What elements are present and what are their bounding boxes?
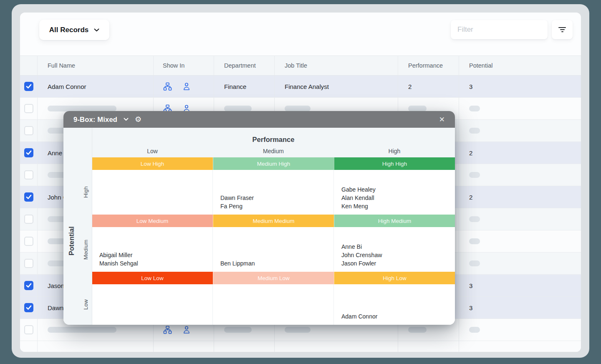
- org-chart-icon[interactable]: [163, 325, 172, 334]
- cell-potential: 3: [459, 76, 581, 97]
- filter-button[interactable]: [552, 20, 573, 39]
- employee-name[interactable]: Dawn Fraser: [220, 195, 333, 201]
- row-checkbox[interactable]: [24, 237, 33, 246]
- ninebox-cell: Abigail MillerManish Sehgal: [92, 227, 213, 272]
- y-axis-label-medium: Medium: [79, 227, 92, 272]
- ninebox-band: Low High: [92, 157, 213, 170]
- cell-potential: [459, 253, 581, 274]
- ninebox-view-chevron-down-icon[interactable]: [124, 118, 129, 121]
- employee-name[interactable]: Fa Peng: [220, 203, 333, 209]
- axis-divider: [92, 128, 92, 325]
- x-axis-label-low: Low: [92, 144, 213, 157]
- employee-name[interactable]: Anne Bi: [341, 244, 455, 250]
- cell-job-title: [275, 341, 398, 352]
- person-icon[interactable]: [182, 82, 191, 91]
- ninebox-modal-title: 9-Box: Mixed: [73, 116, 117, 124]
- employee-name[interactable]: John Crenshaw: [341, 252, 455, 258]
- column-header-job-title: Job Title: [275, 56, 398, 75]
- records-card: All Records Full Name Show In Department…: [20, 13, 581, 352]
- ninebox-cell: Anne BiJohn CrenshawJason Fowler: [334, 227, 455, 272]
- employee-name[interactable]: Adam Connor: [341, 313, 455, 319]
- cell-potential: 2: [459, 142, 581, 164]
- employee-name[interactable]: Gabe Healey: [341, 187, 455, 192]
- row-checkbox[interactable]: [24, 104, 33, 113]
- org-chart-icon[interactable]: [163, 82, 172, 91]
- y-axis-label-low: Low: [79, 284, 92, 325]
- cell-full-name: [38, 341, 154, 352]
- ninebox-cell: [92, 284, 213, 325]
- x-axis-label-medium: Medium: [213, 144, 334, 157]
- cell-potential: [459, 319, 581, 341]
- row-checkbox[interactable]: [24, 325, 33, 334]
- ninebox-modal-header: 9-Box: Mixed ⚙ ✕: [63, 111, 455, 128]
- ninebox-band: High Medium: [334, 215, 455, 227]
- cell-performance: [398, 341, 459, 352]
- skeleton-bar: [469, 172, 480, 178]
- employee-name[interactable]: Jason Fowler: [341, 260, 455, 266]
- skeleton-bar: [469, 216, 480, 222]
- header-checkbox-cell: [20, 56, 38, 75]
- ninebox-cell: Gabe HealeyAlan KendallKen Meng: [334, 170, 455, 215]
- ninebox-band: Medium Low: [213, 272, 334, 284]
- cell-potential: 3: [459, 297, 581, 318]
- row-checkbox[interactable]: [24, 126, 33, 135]
- records-dropdown-label: All Records: [49, 26, 88, 34]
- row-checkbox[interactable]: [24, 82, 33, 91]
- skeleton-bar: [469, 260, 480, 266]
- cell-potential: [459, 341, 581, 352]
- row-checkbox[interactable]: [24, 259, 33, 268]
- records-dropdown[interactable]: All Records: [39, 20, 109, 40]
- table-row: Adam Connor Finance Finance Analyst 2 3: [20, 76, 581, 98]
- ninebox-grid: Performance Low Medium High Potential Hi…: [63, 128, 455, 325]
- person-icon[interactable]: [182, 325, 191, 334]
- cell-job-title: Finance Analyst: [275, 76, 398, 97]
- table-row: [20, 341, 581, 352]
- cell-potential: 3: [459, 275, 581, 296]
- x-axis-label-high: High: [334, 144, 455, 157]
- skeleton-bar: [469, 128, 480, 134]
- row-checkbox[interactable]: [24, 303, 33, 312]
- column-header-performance: Performance: [398, 56, 459, 75]
- ninebox-cell: [92, 170, 213, 215]
- employee-name[interactable]: Alan Kendall: [341, 195, 455, 201]
- ninebox-cell: [213, 284, 334, 325]
- skeleton-bar: [469, 238, 480, 244]
- column-header-full-name: Full Name: [38, 56, 154, 75]
- row-checkbox[interactable]: [24, 170, 33, 179]
- ninebox-band: Medium Medium: [213, 215, 334, 227]
- row-checkbox[interactable]: [24, 281, 33, 290]
- row-checkbox[interactable]: [24, 215, 33, 224]
- column-header-show-in: Show In: [154, 56, 214, 75]
- ninebox-body: Performance Low Medium High Potential Hi…: [63, 128, 455, 325]
- column-header-department: Department: [214, 56, 275, 75]
- employee-name[interactable]: Manish Sehgal: [99, 260, 212, 266]
- cell-show-in: [154, 341, 214, 352]
- close-icon[interactable]: ✕: [439, 115, 445, 124]
- settings-gear-icon[interactable]: ⚙: [135, 116, 141, 123]
- skeleton-bar: [408, 106, 427, 111]
- x-axis-title: Performance: [92, 128, 455, 144]
- cell-potential: 2: [459, 186, 581, 208]
- page-background: All Records Full Name Show In Department…: [12, 4, 589, 358]
- filter-input[interactable]: [451, 20, 548, 39]
- skeleton-bar: [224, 327, 252, 333]
- employee-name[interactable]: Ben Lippman: [220, 260, 333, 266]
- table-header: Full Name Show In Department Job Title P…: [20, 56, 581, 76]
- ninebox-band: Medium High: [213, 157, 334, 170]
- cell-potential: [459, 98, 581, 119]
- row-checkbox[interactable]: [24, 192, 33, 202]
- ninebox-band: High High: [334, 157, 455, 170]
- skeleton-bar: [408, 327, 427, 333]
- ninebox-cell: Ben Lippman: [213, 227, 334, 272]
- ninebox-band: Low Low: [92, 272, 213, 284]
- cell-show-in: [154, 76, 214, 97]
- row-checkbox[interactable]: [24, 148, 33, 157]
- skeleton-bar: [285, 327, 311, 333]
- skeleton-bar: [469, 106, 480, 111]
- toolbar: All Records: [20, 13, 581, 56]
- employee-name[interactable]: Ken Meng: [341, 203, 455, 209]
- cell-full-name: Adam Connor: [38, 76, 154, 97]
- skeleton-bar: [48, 106, 116, 111]
- column-header-potential: Potential: [459, 56, 581, 75]
- employee-name[interactable]: Abigail Miller: [99, 252, 212, 258]
